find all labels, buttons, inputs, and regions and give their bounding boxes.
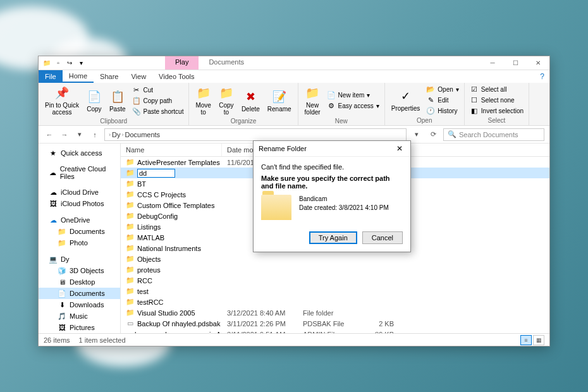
file-row[interactable]: 📁test (121, 286, 549, 297)
maximize-button[interactable]: ☐ (504, 56, 527, 70)
dialog-close-button[interactable]: ✕ (394, 144, 405, 153)
cloud-icon: ☁ (49, 168, 57, 177)
forward-button[interactable]: → (59, 129, 70, 140)
share-tab[interactable]: Share (94, 70, 125, 83)
new-group: 📁New folder 📄New item ▾ ⚙Easy access ▾ N… (298, 83, 385, 125)
file-row[interactable]: 📁RCC (121, 275, 549, 286)
open-icon: 📂 (426, 85, 435, 94)
cancel-button[interactable]: Cancel (362, 231, 403, 244)
file-name: BT (137, 180, 146, 188)
edit-icon: ✎ (426, 96, 435, 105)
properties-icon[interactable]: ▫ (54, 59, 63, 68)
file-name: testRCC (137, 298, 164, 306)
paste-button[interactable]: 📋Paste (107, 88, 128, 114)
file-type: PDSBAK File (298, 320, 361, 328)
easy-access-button[interactable]: ⚙Easy access ▾ (326, 101, 381, 111)
file-name: Visual Studio 2005 (137, 309, 195, 317)
nav-quick-access[interactable]: ★Quick access (39, 147, 120, 159)
clipboard-group: 📌Pin to Quick access 📄Copy 📋Paste ✂Cut 📋… (39, 83, 189, 125)
dialog-file-date: Date created: 3/8/2021 4:10 PM (299, 204, 389, 212)
file-name: test (137, 288, 149, 295)
file-name: DebugConfig (137, 212, 178, 220)
search-input[interactable]: 🔍 Search Documents (443, 128, 544, 141)
nav-pictures[interactable]: 🖼Pictures (39, 322, 120, 333)
nav-icloud-photos[interactable]: 🖼iCloud Photos (39, 198, 120, 209)
back-button[interactable]: ← (44, 129, 55, 140)
invert-selection-button[interactable]: ◧Invert selection (469, 106, 525, 116)
open-button[interactable]: 📂Open ▾ (425, 85, 460, 95)
delete-button[interactable]: ✖Delete (239, 88, 262, 114)
home-tab[interactable]: Home (63, 70, 94, 83)
select-all-button[interactable]: ☑Select all (469, 85, 525, 95)
documents-title: Documents (199, 56, 254, 70)
paste-shortcut-icon: 📎 (132, 107, 141, 116)
nav-downloads[interactable]: ⬇Downloads (39, 299, 120, 310)
file-name: CCS C Projects (137, 191, 186, 199)
file-icon: ▭ (126, 319, 135, 328)
item-count: 26 items (44, 336, 70, 344)
new-folder-button[interactable]: 📁New folder (302, 84, 323, 117)
folder-icon: 📁 (126, 255, 135, 264)
history-button[interactable]: 🕐History (425, 106, 460, 116)
easy-access-icon: ⚙ (327, 102, 336, 111)
try-again-button[interactable]: Try Again (309, 231, 357, 244)
invert-selection-icon: ◧ (470, 107, 479, 116)
up-button[interactable]: ↑ (89, 129, 101, 140)
pin-button[interactable]: 📌Pin to Quick access (42, 84, 82, 117)
breadcrumb-seg[interactable]: Documents (125, 131, 160, 138)
minimize-button[interactable]: ─ (481, 56, 504, 70)
move-to-button[interactable]: 📁Move to (193, 84, 213, 117)
file-row[interactable]: 📁Visual Studio 20053/12/2021 8:40 AMFile… (121, 307, 549, 318)
paste-shortcut-button[interactable]: 📎Paste shortcut (131, 106, 185, 116)
rename-button[interactable]: 📝Rename (265, 88, 294, 114)
file-tab[interactable]: File (39, 70, 63, 83)
edit-button[interactable]: ✎Edit (425, 95, 460, 106)
nav-this-pc[interactable]: 💻Dy (39, 254, 120, 265)
copy-button[interactable]: 📄Copy (84, 88, 104, 114)
nav-creative-cloud[interactable]: ☁Creative Cloud Files (39, 164, 120, 181)
copy-to-button[interactable]: 📁Copy to (216, 84, 236, 117)
cut-button[interactable]: ✂Cut (131, 85, 185, 95)
nav-documents[interactable]: 📄Documents (39, 288, 120, 299)
details-view-button[interactable]: ≡ (520, 335, 532, 345)
file-row[interactable]: ▭Backup Of nhayled.pdsbak3/11/2021 2:26 … (121, 318, 549, 329)
help-icon[interactable]: ? (535, 70, 549, 83)
breadcrumb[interactable]: › Dy › Documents (104, 128, 407, 141)
rename-input[interactable] (137, 169, 175, 178)
file-row[interactable]: 📁Objects (121, 254, 549, 264)
recent-dropdown[interactable]: ▾ (74, 129, 85, 140)
refresh-button[interactable]: ⟳ (427, 128, 439, 141)
file-name: MATLAB (137, 234, 164, 242)
breadcrumb-dropdown[interactable]: ▾ (410, 128, 423, 141)
titlebar: 📁 ▫ ↪ ▾ Play Documents ─ ☐ ✕ (39, 56, 549, 70)
play-tab[interactable]: Play (165, 56, 199, 70)
folder-icon: 📁 (126, 212, 135, 221)
copy-icon: 📄 (87, 89, 102, 104)
nav-music[interactable]: 🎵Music (39, 310, 120, 322)
breadcrumb-seg[interactable]: Dy (112, 131, 120, 138)
nav-icloud-drive[interactable]: ☁iCloud Drive (39, 187, 120, 198)
nav-onedrive-documents[interactable]: 📁Documents (39, 226, 120, 237)
dialog-titlebar: Rename Folder ✕ (254, 141, 410, 157)
dropdown-icon[interactable]: ▾ (77, 59, 85, 68)
file-row[interactable]: 📁proteus (121, 264, 549, 275)
file-date: 3/12/2021 8:40 AM (222, 309, 298, 317)
view-tab[interactable]: View (125, 70, 152, 83)
select-none-button[interactable]: ☐Select none (469, 95, 525, 106)
large-icons-view-button[interactable]: ▦ (533, 335, 544, 345)
video-tools-tab[interactable]: Video Tools (152, 70, 200, 83)
nav-onedrive[interactable]: ☁OneDrive (39, 214, 120, 226)
nav-desktop[interactable]: 🖥Desktop (39, 276, 120, 288)
redo-icon[interactable]: ↪ (65, 59, 74, 68)
new-item-button[interactable]: 📄New item ▾ (326, 90, 381, 101)
properties-button[interactable]: ✓Properties (389, 87, 423, 113)
nav-onedrive-photo[interactable]: 📁Photo (39, 237, 120, 248)
properties-icon: ✓ (398, 89, 413, 104)
copy-path-button[interactable]: 📋Copy path (131, 95, 185, 106)
file-row[interactable]: 📁testRCC (121, 297, 549, 307)
file-row[interactable]: ▭lamquenphanmem.uvguix.Admin3/11/2021 9:… (121, 329, 549, 333)
ribbon: 📌Pin to Quick access 📄Copy 📋Paste ✂Cut 📋… (39, 83, 549, 126)
close-button[interactable]: ✕ (527, 56, 549, 70)
col-name[interactable]: Name (121, 144, 222, 156)
nav-3d-objects[interactable]: 🧊3D Objects (39, 265, 120, 276)
